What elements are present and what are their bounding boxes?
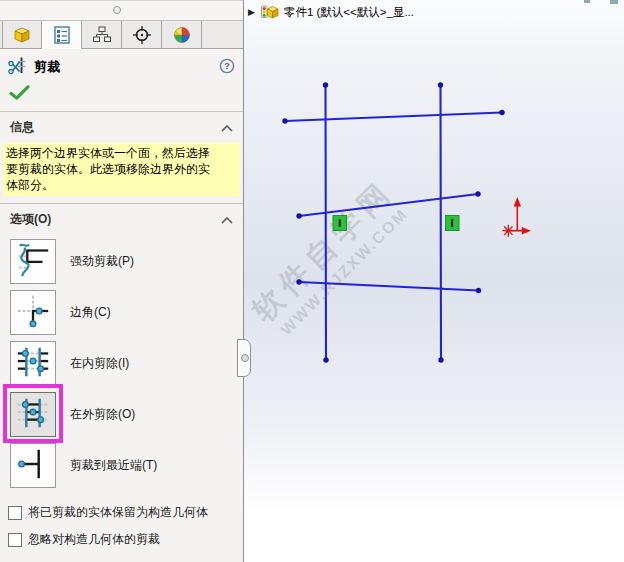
option-trim-away-inside: 在内剪除(I)	[10, 340, 243, 386]
ignore-construction-row: 忽略对构造几何体的剪裁	[8, 531, 243, 548]
trim-to-closest-label: 剪裁到最近端(T)	[70, 457, 157, 474]
sketch-endpoint[interactable]	[476, 288, 481, 293]
part-icon	[12, 25, 32, 45]
sketch-endpoint[interactable]	[438, 357, 443, 362]
trim-away-outside-label: 在外剪除(O)	[70, 406, 135, 423]
sketch-endpoint[interactable]	[296, 279, 301, 284]
splitter-handle-dot	[241, 354, 249, 362]
info-message: 选择两个边界实体或一个面，然后选择要剪裁的实体。此选项移除边界外的实体部分。	[3, 143, 240, 196]
sketch-line-vertical-1[interactable]	[326, 85, 327, 360]
sketch-endpoint[interactable]	[296, 213, 301, 218]
ignore-construction-label: 忽略对构造几何体的剪裁	[28, 531, 160, 548]
options-section-header: 选项(O)	[0, 204, 243, 233]
panel-splitter-handle[interactable]	[237, 339, 251, 377]
feature-tree-item[interactable]: ▶ 零件1 (默认<<默认>_显...	[248, 4, 414, 20]
tab-featuremanager[interactable]	[2, 21, 42, 48]
splitter-grip-dot[interactable]	[113, 6, 121, 14]
tab-dimxpertmanager[interactable]	[122, 21, 162, 48]
power-trim-button[interactable]	[10, 239, 56, 284]
propertymanager-icon	[52, 25, 72, 45]
part-tree-icon	[261, 4, 279, 20]
option-corner: 边角(C)	[10, 289, 243, 335]
power-trim-label: 强劲剪裁(P)	[70, 253, 134, 270]
trim-away-inside-button[interactable]	[10, 341, 56, 386]
sketch-line-horizontal-top[interactable]	[285, 113, 502, 122]
panel-title: 剪裁	[34, 58, 219, 76]
trim-to-closest-button[interactable]	[10, 443, 56, 488]
sketch-endpoint[interactable]	[475, 191, 480, 196]
trim-away-inside-icon	[14, 343, 52, 384]
help-icon[interactable]: ?	[219, 58, 235, 77]
sketch-endpoint[interactable]	[323, 357, 328, 362]
keep-as-construction-label: 将已剪裁的实体保留为构造几何体	[28, 504, 208, 521]
trim-away-outside-button[interactable]	[10, 392, 56, 437]
trim-tool-icon	[8, 56, 27, 78]
tree-item-label: 零件1 (默认<<默认>_显...	[284, 5, 414, 20]
collapse-chevron-icon[interactable]	[221, 121, 233, 135]
trim-options-list: 强劲剪裁(P) 边角(C)	[0, 238, 243, 488]
info-header-label: 信息	[10, 119, 34, 136]
info-section-header: 信息	[0, 112, 243, 141]
keep-as-construction-checkbox[interactable]	[8, 506, 22, 520]
option-trim-to-closest: 剪裁到最近端(T)	[10, 442, 243, 488]
tab-propertymanager[interactable]	[42, 21, 82, 48]
corner-button[interactable]	[10, 290, 56, 335]
manager-tab-bar	[0, 21, 243, 49]
sketch-endpoint[interactable]	[282, 118, 287, 123]
sketch-line-vertical-2[interactable]	[441, 85, 442, 360]
tab-displaymanager[interactable]	[162, 21, 202, 48]
panel-header: 剪裁 ?	[0, 49, 243, 81]
ignore-construction-checkbox[interactable]	[8, 533, 22, 547]
options-header-label: 选项(O)	[10, 211, 51, 228]
svg-text:?: ?	[224, 60, 230, 71]
origin-icon[interactable]	[502, 197, 531, 237]
option-trim-away-outside: 在外剪除(O)	[10, 391, 243, 437]
expand-arrow-icon[interactable]: ▶	[248, 8, 255, 17]
tab-configurationmanager[interactable]	[82, 21, 122, 48]
sketch-endpoint[interactable]	[499, 110, 504, 115]
ok-check-icon[interactable]	[9, 89, 30, 103]
sketch-endpoint[interactable]	[438, 82, 443, 87]
dimxpert-icon	[132, 25, 152, 45]
collapse-chevron-icon[interactable]	[221, 213, 233, 227]
option-power-trim: 强劲剪裁(P)	[10, 238, 243, 284]
ok-row	[0, 81, 243, 112]
panel-top-splitter[interactable]	[0, 0, 243, 21]
display-manager-icon	[172, 25, 192, 45]
toolbar-fragment-icon	[584, 0, 590, 3]
trim-away-inside-label: 在内剪除(I)	[70, 355, 129, 372]
keep-as-construction-row: 将已剪裁的实体保留为构造几何体	[8, 504, 243, 521]
property-manager-panel: 剪裁 ? 信息 选择两个边界实体或一个面，然后选择要剪裁的实体。此选项移除边界外…	[0, 0, 244, 562]
corner-label: 边角(C)	[70, 304, 111, 321]
power-trim-icon	[14, 241, 52, 282]
toolbar-fragment-icon	[610, 0, 618, 4]
graphics-viewport[interactable]: ▶ 零件1 (默认<<默认>_显... 软件自学网 WWW.RJZXW.COM	[244, 0, 624, 562]
configuration-icon	[92, 25, 112, 45]
trim-to-closest-icon	[14, 445, 52, 486]
trim-away-outside-icon	[14, 394, 52, 435]
corner-icon	[14, 292, 52, 333]
sketch-endpoint[interactable]	[323, 82, 328, 87]
sketch-canvas[interactable]	[244, 0, 624, 562]
